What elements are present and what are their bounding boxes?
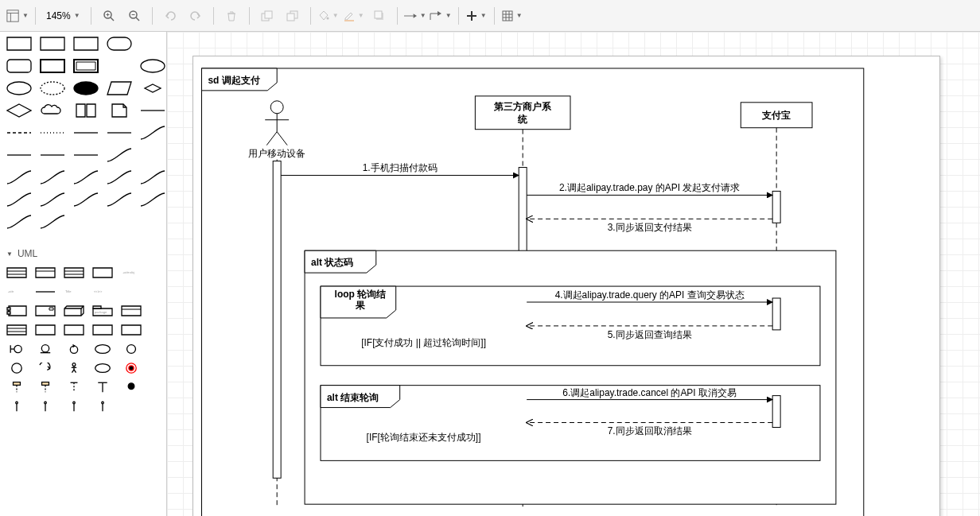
separator	[35, 7, 36, 25]
svg-rect-0	[7, 10, 18, 21]
svg-rect-17	[375, 11, 382, 18]
separator	[249, 7, 250, 25]
zoom-value: 145%	[46, 10, 71, 21]
svg-line-8	[136, 17, 139, 21]
zoom-out-button[interactable]	[123, 5, 146, 27]
svg-rect-23	[503, 11, 512, 21]
line-color-button[interactable]: ▼	[343, 5, 365, 27]
separator	[458, 7, 459, 25]
svg-point-14	[326, 17, 329, 19]
to-back-button[interactable]	[282, 5, 304, 27]
separator	[310, 7, 311, 25]
separator	[494, 7, 495, 25]
svg-marker-19	[413, 14, 416, 17]
view-mode-button[interactable]: ▼	[6, 5, 29, 27]
connection-type-button[interactable]: ▼	[404, 5, 426, 27]
insert-button[interactable]: ▼	[465, 5, 488, 27]
svg-rect-11	[265, 11, 272, 18]
redo-button[interactable]	[185, 5, 207, 27]
separator	[152, 7, 153, 25]
zoom-selector[interactable]: 145%▼	[42, 8, 84, 24]
shadow-button[interactable]	[368, 5, 391, 27]
separator	[397, 7, 398, 25]
svg-line-4	[111, 17, 114, 21]
undo-button[interactable]	[159, 5, 181, 27]
to-front-button[interactable]	[256, 5, 278, 27]
separator	[91, 7, 91, 25]
waypoint-style-button[interactable]: ▼	[430, 5, 452, 27]
separator	[213, 7, 214, 25]
fill-color-button[interactable]: ▼	[317, 5, 340, 27]
zoom-in-button[interactable]	[98, 5, 120, 27]
svg-rect-13	[287, 14, 294, 21]
delete-button[interactable]	[220, 5, 243, 27]
toolbar: ▼ 145%▼ ▼ ▼ ▼ ▼ ▼	[0, 0, 980, 32]
table-button[interactable]: ▼	[501, 5, 523, 27]
svg-marker-20	[438, 11, 441, 16]
